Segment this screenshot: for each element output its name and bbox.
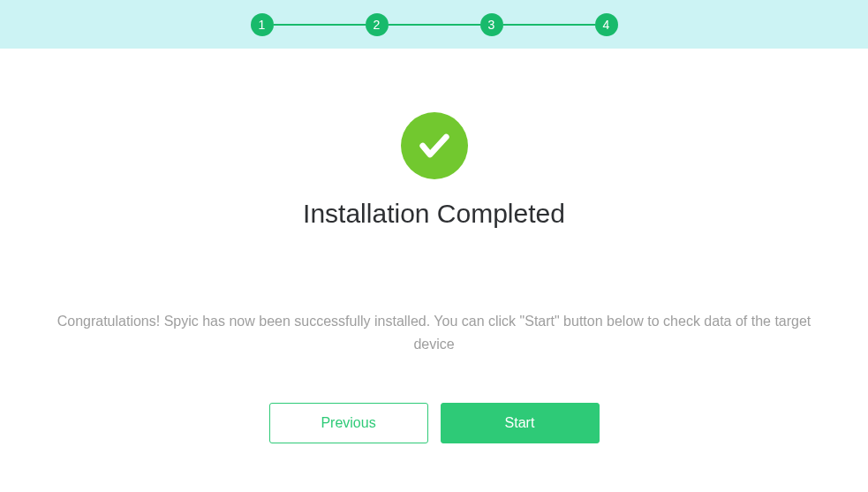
step-1[interactable]: 1 [251, 13, 274, 36]
previous-button[interactable]: Previous [269, 403, 428, 443]
step-2[interactable]: 2 [366, 13, 389, 36]
step-3[interactable]: 3 [480, 13, 503, 36]
page-title: Installation Completed [0, 199, 868, 229]
main-content: Installation Completed Congratulations! … [0, 49, 868, 492]
description-text: Congratulations! Spyic has now been succ… [0, 310, 868, 355]
success-check-icon [401, 112, 468, 179]
step-connector [274, 24, 366, 26]
stepper-bar: 1 2 3 4 [0, 0, 868, 49]
step-connector [503, 24, 595, 26]
button-row: Previous Start [0, 403, 868, 443]
stepper: 1 2 3 4 [251, 13, 618, 36]
start-button[interactable]: Start [441, 403, 600, 443]
step-4[interactable]: 4 [595, 13, 618, 36]
step-connector [389, 24, 480, 26]
